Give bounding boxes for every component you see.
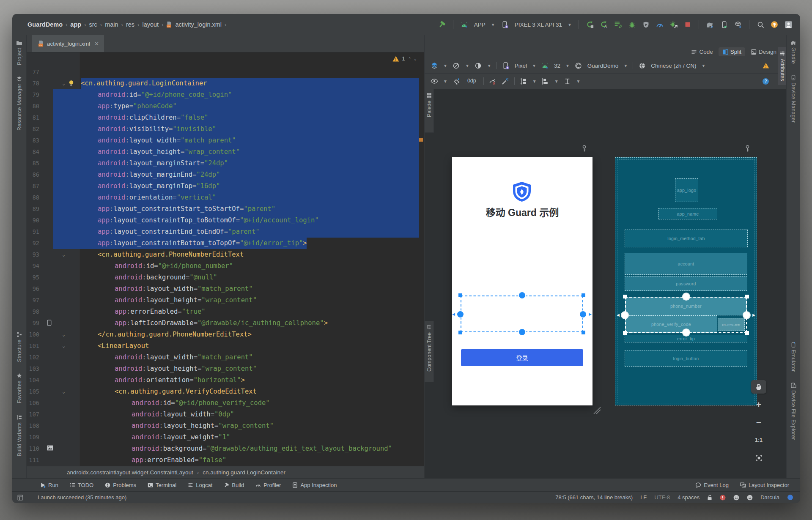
slashcircle-icon[interactable] (453, 62, 460, 69)
drawable-preview-icon[interactable] (47, 445, 53, 451)
code-line-82[interactable]: 82android:visibility="invisible" (27, 123, 424, 135)
design-canvas[interactable]: PaletteComponent Tree移动 Guard 示例登录◄►app_… (425, 89, 786, 478)
chevron-down-icon[interactable]: ▼ (568, 22, 572, 27)
code-line-85[interactable]: 85android:layout_marginStart="24dp" (27, 158, 424, 169)
zoom-1to1-button[interactable]: 1:1 (751, 433, 766, 447)
lock-icon[interactable] (707, 495, 712, 501)
warning-icon[interactable] (763, 63, 769, 68)
zoom-out-button[interactable]: − (751, 416, 766, 429)
toolbar-label[interactable]: APP (474, 22, 486, 28)
code-line-79[interactable]: 79android:id="@+id/phone_code_login" (27, 89, 424, 101)
code-line-108[interactable]: 108android:layout_height="wrap_content" (27, 420, 424, 432)
fold-marker-icon[interactable]: ⌄ (62, 386, 65, 397)
error-indicator-icon[interactable] (720, 495, 726, 501)
toolwindow-button-run[interactable]: Run (40, 482, 58, 488)
code-line-90[interactable]: 90app:layout_constraintTop_toBottomOf="@… (27, 215, 424, 226)
breadcrumb-item[interactable]: app (70, 21, 81, 28)
fold-marker-icon[interactable]: ⌄ (62, 340, 65, 352)
magnet-icon[interactable] (453, 77, 460, 85)
breadcrumb-item[interactable]: main (105, 21, 118, 28)
resize-handle[interactable] (582, 331, 585, 334)
xml-breadcrumb-item[interactable]: androidx.constraintlayout.widget.Constra… (67, 469, 193, 476)
design-preview-phone[interactable]: 移动 Guard 示例登录◄► (452, 157, 593, 405)
code-line-106[interactable]: 106android:id="@+id/phone_verify_code" (27, 397, 424, 409)
tab-palette[interactable]: Palette (425, 89, 434, 133)
code-line-102[interactable]: 102android:layout_width="match_parent" (27, 352, 424, 363)
code-line-95[interactable]: 95android:background="@null" (27, 272, 424, 283)
tab-attributes[interactable]: Attributes (778, 47, 786, 85)
toolwindow-button-logcat[interactable]: Logcat (188, 482, 212, 488)
android-icon[interactable] (541, 62, 549, 69)
constraint-anchor[interactable] (580, 311, 586, 317)
code-line-86[interactable]: 86android:layout_marginEnd="24dp" (27, 169, 424, 181)
resize-handle[interactable] (623, 295, 627, 298)
toolbar-selector-label[interactable]: Chinese (zh / CN) (651, 63, 696, 69)
resize-handle[interactable] (745, 331, 749, 335)
tab-component-tree[interactable]: Component Tree (425, 321, 434, 382)
pack2-icon[interactable] (542, 77, 549, 85)
devicerun-icon[interactable] (720, 20, 728, 29)
constraint-anchor[interactable] (622, 312, 628, 318)
chevron-down-icon[interactable]: ▼ (465, 63, 469, 68)
default-margin-selector[interactable]: 0dp (465, 78, 478, 84)
blueprint-box-login_method_tab[interactable]: login_method_tab (625, 230, 748, 247)
frown-feedback-icon[interactable] (747, 495, 753, 501)
code-line-77[interactable]: 77 (27, 66, 424, 78)
layers-icon[interactable] (431, 62, 438, 69)
blueprint-box-account[interactable]: account (625, 253, 747, 275)
constraint-anchor[interactable] (457, 311, 464, 317)
code-line-89[interactable]: 89app:layout_constraintStart_toStartOf="… (27, 203, 424, 215)
debugattach-icon[interactable] (669, 20, 678, 29)
blueprint-box-password[interactable]: password (625, 276, 747, 291)
chevron-down-icon[interactable]: ▼ (623, 63, 628, 68)
breadcrumb-item[interactable]: res (126, 21, 134, 28)
update-icon[interactable] (770, 20, 779, 29)
close-icon[interactable]: ✕ (94, 41, 99, 47)
login-button[interactable]: 登录 (461, 349, 583, 366)
chevron-down-icon[interactable]: ▼ (565, 63, 570, 68)
pan-hand-button[interactable] (751, 380, 766, 394)
toolbar-selector-label[interactable]: GuardDemo (587, 63, 619, 69)
sidebar-item-project[interactable]: Project (16, 40, 22, 65)
chevron-down-icon[interactable]: ▼ (576, 79, 581, 84)
chevron-down-icon[interactable]: ▼ (554, 79, 559, 84)
elephant-icon[interactable] (706, 20, 714, 29)
code-line-87[interactable]: 87android:layout_marginTop="16dp" (27, 181, 424, 192)
toolbar-selector-label[interactable]: Pixel (515, 63, 527, 69)
fold-marker-icon[interactable]: ⌄ (62, 78, 65, 89)
avatar-icon[interactable] (784, 20, 793, 29)
chevron-down-icon[interactable]: ▼ (532, 79, 537, 84)
debug-icon[interactable] (628, 20, 636, 29)
contrast-icon[interactable] (475, 62, 482, 69)
code-line-93[interactable]: 93⌄<cn.authing.guard.PhoneNumberEditText (27, 249, 424, 260)
devicephone-icon[interactable] (501, 20, 509, 29)
prev-next-warning-icons[interactable]: ⌃ ⌄ (408, 57, 417, 61)
indent-setting[interactable]: 4 spaces (678, 494, 700, 501)
sdk-icon[interactable] (734, 20, 742, 29)
wand-icon[interactable] (502, 77, 509, 85)
breadcrumb-item[interactable]: activity_login.xml (175, 21, 222, 28)
code-line-97[interactable]: 97android:layout_height="wrap_content" (27, 295, 424, 306)
code-line-78[interactable]: 78⌄<cn.authing.guard.LoginContainer (27, 78, 424, 89)
rerun-icon[interactable] (586, 20, 594, 29)
code-line-83[interactable]: 83android:layout_width="match_parent" (27, 135, 424, 146)
chevron-down-icon[interactable]: ▼ (702, 63, 706, 68)
shieldrun-icon[interactable] (642, 20, 650, 29)
fold-marker-icon[interactable]: ⌄ (62, 329, 65, 340)
resize-handle[interactable] (582, 293, 585, 297)
code-line-111[interactable]: 111app:errorEnabled="false" (27, 454, 424, 466)
blueprint-box-login_button[interactable]: login_button (625, 350, 747, 367)
toolwindow-button-layoutinspector[interactable]: Layout Inspector (740, 482, 789, 488)
code-editor[interactable]: 1 ⌃ ⌄ 7778⌄<cn.authing.guard.LoginContai… (27, 52, 424, 466)
stop-icon[interactable] (683, 20, 692, 29)
breadcrumb-item[interactable]: GuardDemo (27, 21, 63, 28)
constraint-anchor[interactable] (519, 329, 525, 335)
caret-position[interactable]: 78:5 (661 chars, 14 line breaks) (555, 494, 633, 501)
zoom-to-fit-button[interactable] (751, 451, 766, 465)
themec-icon[interactable] (575, 62, 582, 69)
drawable-preview-icon[interactable] (47, 320, 52, 326)
android-icon[interactable] (460, 20, 469, 29)
constraint-anchor[interactable] (743, 312, 750, 318)
devicephone-icon[interactable] (502, 62, 510, 69)
line-ending[interactable]: LF (640, 494, 647, 501)
